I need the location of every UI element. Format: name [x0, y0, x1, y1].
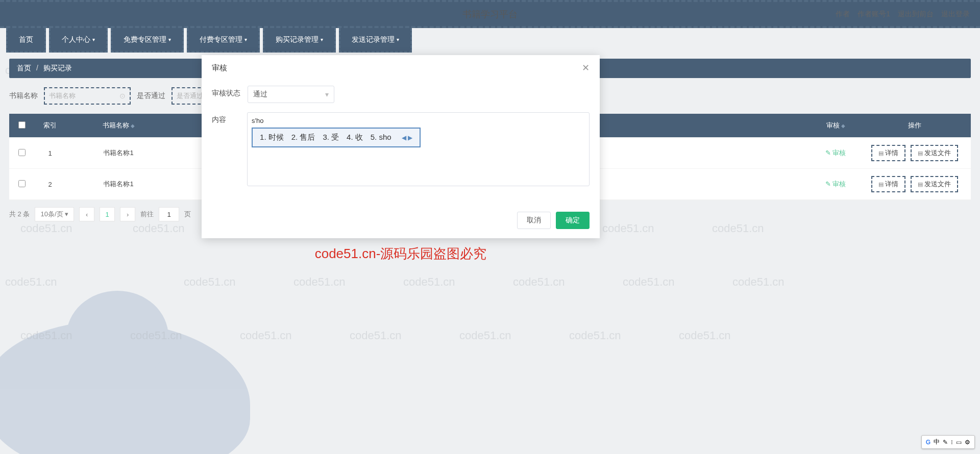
ime-tool-icon[interactable]: ⚙	[965, 439, 970, 446]
chevron-down-icon: ▾	[325, 90, 329, 98]
ime-tool-icon[interactable]: ⁝	[951, 439, 953, 446]
status-label: 审核状态	[212, 86, 248, 98]
watermark-center-text: code51.cn-源码乐园盗图必究	[315, 245, 487, 263]
modal-title: 审核	[212, 63, 227, 73]
ime-tool-icon[interactable]: ▭	[956, 439, 962, 446]
ime-toolbar[interactable]: G 中 ✎ ⁝ ▭ ⚙	[921, 435, 975, 449]
ime-logo-icon: G	[926, 439, 930, 446]
ime-nav-icon[interactable]: ◀ ▶	[402, 134, 412, 141]
ok-button[interactable]: 确定	[556, 212, 590, 229]
ime-composition: s'ho	[252, 117, 585, 124]
status-select[interactable]: 通过 ▾	[248, 86, 334, 103]
audit-modal: 审核 ✕ 审核状态 通过 ▾ 内容 s'ho 1. 时候 2. 售后 3. 受 …	[202, 55, 600, 238]
content-textarea[interactable]: s'ho 1. 时候 2. 售后 3. 受 4. 收 5. sho ◀ ▶	[247, 112, 590, 186]
cancel-button[interactable]: 取消	[517, 212, 551, 229]
ime-tool-icon[interactable]: ✎	[943, 439, 948, 446]
close-icon[interactable]: ✕	[582, 62, 590, 73]
content-label: 内容	[212, 112, 247, 124]
ime-candidate-box[interactable]: 1. 时候 2. 售后 3. 受 4. 收 5. sho ◀ ▶	[252, 128, 421, 147]
